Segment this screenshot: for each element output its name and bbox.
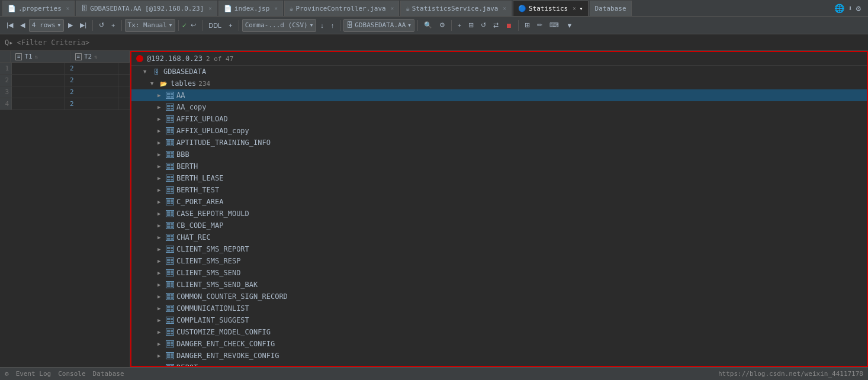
import-button[interactable]: ↑ bbox=[328, 19, 337, 32]
tree-item-table[interactable]: ▶ CLIENT_SMS_RESP bbox=[131, 255, 867, 267]
close-icon[interactable]: ✕ bbox=[208, 5, 211, 11]
tree-item-gdbasedata[interactable]: ▼ 🗄 GDBASEDATA bbox=[131, 66, 867, 78]
java-icon: ☕ bbox=[406, 5, 410, 12]
tree-item-table[interactable]: ▶ CUSTOMIZE_MODEL_CONFIG bbox=[131, 326, 867, 338]
close-icon[interactable]: ✕ bbox=[66, 5, 69, 11]
page-info: 2 of 47 bbox=[206, 55, 233, 63]
database-label[interactable]: Database bbox=[93, 370, 124, 378]
tree-item-table[interactable]: ▶ CASE_REPOTR_MOULD bbox=[131, 208, 867, 220]
ddl-button[interactable]: DDL bbox=[205, 19, 224, 32]
connection-label: @192.168.0.23 bbox=[147, 54, 202, 63]
tree-item-table[interactable]: ▶ CHAT_REC bbox=[131, 231, 867, 243]
nav-prev-button[interactable]: ◀ bbox=[17, 19, 28, 32]
ddl-plus-button[interactable]: + bbox=[226, 19, 235, 32]
table-name-label: COMMUNICATIONLIST bbox=[176, 304, 249, 313]
nav-first-button[interactable]: |◀ bbox=[4, 19, 16, 32]
tree-item-table[interactable]: ▶ BBB bbox=[131, 149, 867, 160]
row-number: 1 bbox=[0, 63, 12, 74]
tables-count: 234 bbox=[198, 80, 210, 88]
tree-item-table[interactable]: ▶ AFFIX_UPLOAD bbox=[131, 113, 867, 125]
tree-item-table[interactable]: ▶ BERTH_TEST bbox=[131, 184, 867, 196]
tab-statistics[interactable]: 🔵 Statistics ✕ ▾ bbox=[513, 1, 589, 16]
close-icon[interactable]: ✕ bbox=[274, 5, 277, 11]
tree-tables-container: ▶ AA ▶ AA_copy ▶ AFFIX_UPLOAD ▶ bbox=[131, 89, 867, 366]
close-icon[interactable]: ✕ bbox=[391, 5, 394, 11]
table-view-button[interactable]: ⊞ bbox=[522, 19, 533, 32]
tree-item-table[interactable]: ▶ BERTH_LEASE bbox=[131, 172, 867, 184]
add-button2[interactable]: + bbox=[455, 19, 464, 32]
cell-t2: 2 bbox=[65, 75, 118, 86]
tab-database[interactable]: Database bbox=[590, 1, 632, 16]
tree-item-table[interactable]: ▶ CLIENT_SMS_SEND_BAK bbox=[131, 279, 867, 291]
close-icon[interactable]: ✕ bbox=[503, 5, 506, 11]
tree-item-table[interactable]: ▶ CLIENT_SMS_REPORT bbox=[131, 243, 867, 255]
tree-item-table[interactable]: ▶ CB_CODE_MAP bbox=[131, 220, 867, 231]
rollback-button[interactable]: ↩ bbox=[188, 19, 199, 32]
table-grid-icon bbox=[166, 92, 174, 99]
tree-item-table[interactable]: ▶ DANGER_ENT_CHECK_CONFIG bbox=[131, 338, 867, 350]
table-row[interactable]: 2 2 bbox=[0, 75, 130, 86]
table-row[interactable]: 3 2 bbox=[0, 86, 130, 98]
table-grid-icon bbox=[166, 163, 174, 170]
table-row[interactable]: 4 2 bbox=[0, 98, 130, 110]
refresh2-button[interactable]: ↺ bbox=[478, 19, 489, 32]
tab-province[interactable]: ☕ ProvinceController.java ✕ bbox=[284, 1, 399, 16]
sort-icon[interactable]: ⇅ bbox=[94, 54, 97, 60]
filter-button[interactable]: ▼ bbox=[563, 19, 576, 32]
settings-button[interactable]: ⚙ bbox=[436, 19, 448, 32]
table-grid-icon bbox=[166, 281, 174, 288]
globe-icon[interactable]: 🌐 bbox=[834, 4, 844, 13]
console-label[interactable]: Console bbox=[58, 370, 85, 378]
sync-button[interactable]: ⇄ bbox=[490, 19, 501, 32]
tab-statistics-service[interactable]: ☕ StatisticsService.java ✕ bbox=[400, 1, 512, 16]
tree-item-tables-folder[interactable]: ▼ 📂 tables 234 bbox=[131, 78, 867, 89]
db-tree[interactable]: ▼ 🗄 GDBASEDATA ▼ 📂 tables 234 ▶ AA ▶ bbox=[131, 66, 867, 366]
tab-gdbasedata[interactable]: 🗄 GDBASEDATA.AA [@192.168.0.23] ✕ bbox=[76, 1, 217, 16]
grid-button[interactable]: ⊞ bbox=[465, 19, 477, 32]
tree-item-table[interactable]: ▶ AA bbox=[131, 89, 867, 101]
code-button[interactable]: ⌨ bbox=[546, 19, 562, 32]
tree-item-table[interactable]: ▶ CLIENT_SMS_SEND bbox=[131, 267, 867, 279]
tree-item-table[interactable]: ▶ APTITUDE_TRAINING_INFO bbox=[131, 137, 867, 149]
tx-dropdown[interactable]: Tx: Manual ▾ bbox=[125, 19, 176, 32]
nav-next-button[interactable]: ▶ bbox=[65, 19, 76, 32]
refresh-button[interactable]: ↺ bbox=[96, 19, 107, 32]
tab-dropdown-icon[interactable]: ▾ bbox=[580, 5, 583, 12]
add-row-button[interactable]: + bbox=[108, 19, 118, 32]
csv-dropdown[interactable]: Comma-...d (CSV) ▾ bbox=[242, 19, 317, 32]
nav-last-button[interactable]: ▶| bbox=[77, 19, 89, 32]
table-row[interactable]: 1 2 bbox=[0, 63, 130, 75]
settings-icon[interactable]: ⚙ bbox=[856, 4, 861, 13]
expand-arrow: ▶ bbox=[157, 211, 166, 217]
tree-item-table[interactable]: ▶ C_PORT_AREA bbox=[131, 196, 867, 208]
tree-item-table[interactable]: ▶ AFFIX_UPLOAD_copy bbox=[131, 125, 867, 137]
tree-item-table[interactable]: ▶ COMMUNICATIONLIST bbox=[131, 302, 867, 314]
close-icon[interactable]: ✕ bbox=[573, 5, 576, 11]
tree-item-table[interactable]: ▶ COMPLAINT_SUGGEST bbox=[131, 314, 867, 326]
sort-icon[interactable]: ⇅ bbox=[35, 54, 38, 60]
separator bbox=[340, 20, 340, 31]
tab-index[interactable]: 📄 index.jsp ✕ bbox=[218, 1, 283, 16]
tree-item-table[interactable]: ▶ AA_copy bbox=[131, 101, 867, 113]
tree-item-table[interactable]: ▶ DANGER_ENT_REVOKE_CONFIG bbox=[131, 350, 867, 362]
table-grid-icon bbox=[166, 115, 174, 123]
dbname-dropdown[interactable]: 🗄 GDBASEDATA.AA ▾ bbox=[343, 19, 414, 32]
tree-item-table[interactable]: ▶ BERTH bbox=[131, 160, 867, 172]
tab-properties[interactable]: 📄 .properties ✕ bbox=[2, 1, 75, 16]
minimize-icon[interactable]: ⬇ bbox=[848, 4, 852, 12]
search-button[interactable]: 🔍 bbox=[421, 19, 435, 32]
event-log-label[interactable]: Event Log bbox=[16, 370, 52, 378]
file-icon: 📄 bbox=[224, 5, 232, 12]
export-button[interactable]: ↓ bbox=[317, 19, 327, 32]
commit-icon[interactable]: ✓ bbox=[182, 21, 187, 30]
tree-item-table[interactable]: ▶ COMMON_COUNTER_SIGN_RECORD bbox=[131, 291, 867, 302]
filter-input[interactable] bbox=[17, 38, 107, 47]
edit-button[interactable]: ✏ bbox=[534, 19, 545, 32]
rows-dropdown[interactable]: 4 rows ▾ bbox=[29, 19, 64, 32]
stop-button[interactable]: ⏹ bbox=[503, 19, 515, 32]
table-name-label: DANGER_ENT_CHECK_CONFIG bbox=[176, 340, 275, 348]
cell-t2: 2 bbox=[65, 98, 118, 110]
gear-icon: ⚙ bbox=[5, 370, 9, 378]
table-grid-icon bbox=[166, 127, 174, 134]
tree-item-table[interactable]: ▶ DEPOT bbox=[131, 362, 867, 366]
